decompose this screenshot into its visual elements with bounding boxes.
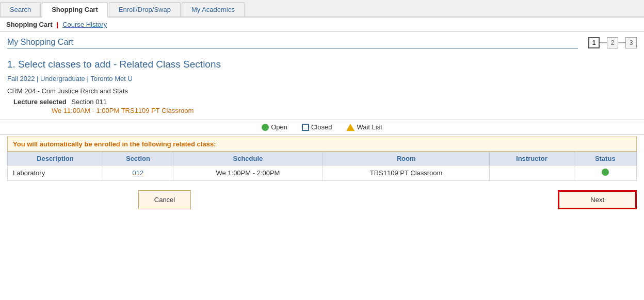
lecture-label: Lecture selected [13,98,67,106]
tab-shopping-cart[interactable]: Shopping Cart [42,2,108,18]
subnav-course-history-link[interactable]: Course History [62,21,107,28]
col-header-room: Room [323,152,489,165]
lecture-schedule: We 11:00AM - 1:00PM TRS1109 PT Classroom [0,106,644,118]
legend-waitlist: Wait List [346,123,382,131]
step-connector-2 [618,42,625,43]
footer-buttons: Cancel Next [0,183,644,216]
tab-search[interactable]: Search [0,2,41,16]
cell-status [574,165,636,181]
cell-schedule: We 1:00PM - 2:00PM [173,165,323,181]
table-row: Laboratory012We 1:00PM - 2:00PMTRS1109 P… [8,165,637,181]
subnav-divider: | [57,21,59,28]
tab-my-academics[interactable]: My Academics [182,2,245,16]
page-title: My Shopping Cart [7,38,578,48]
next-button[interactable]: Next [558,190,637,209]
closed-label: Closed [311,123,332,131]
legend-open: Open [262,123,287,131]
legend-closed: Closed [302,123,332,131]
open-label: Open [271,123,287,131]
table-header-row: Description Section Schedule Room Instru… [8,152,637,165]
cancel-button[interactable]: Cancel [138,190,191,209]
col-header-instructor: Instructor [490,152,574,165]
cell-room: TRS1109 PT Classroom [323,165,489,181]
cell-description: Laboratory [8,165,103,181]
section-title: 1. Select classes to add - Related Class… [0,52,644,73]
waitlist-icon [346,124,355,131]
info-line: Fall 2022 | Undergraduate | Toronto Met … [0,73,644,84]
cell-instructor [490,165,574,181]
footer-left: Cancel [7,190,322,209]
closed-icon [302,124,309,131]
sub-nav: Shopping Cart | Course History [0,18,644,32]
step-indicator: 1 2 3 [588,37,637,48]
col-header-schedule: Schedule [173,152,323,165]
footer-right: Next [322,190,637,209]
step-1: 1 [588,37,600,48]
lecture-section: Section 011 [71,98,107,106]
step-2: 2 [607,37,618,48]
legend-bar: Open Closed Wait List [0,120,644,135]
enroll-table: Description Section Schedule Room Instru… [7,152,637,181]
step-connector-1 [600,42,607,43]
top-nav-tabs: Search Shopping Cart Enroll/Drop/Swap My… [0,0,644,18]
col-header-section: Section [103,152,173,165]
tab-enroll-drop-swap[interactable]: Enroll/Drop/Swap [109,2,181,16]
step-3: 3 [625,37,637,48]
lecture-line: Lecture selected Section 011 [0,97,644,106]
open-icon [262,124,269,131]
course-line: CRM 204 - Crim Justice Rsrch and Stats [0,84,644,97]
col-header-description: Description [8,152,103,165]
cell-section[interactable]: 012 [103,165,173,181]
waitlist-label: Wait List [357,123,382,131]
auto-enroll-notice: You will automatically be enrolled in th… [7,137,637,152]
status-open-icon [602,169,609,176]
col-header-status: Status [574,152,636,165]
page-header: My Shopping Cart 1 2 3 [0,32,644,52]
subnav-current: Shopping Cart [6,21,53,28]
